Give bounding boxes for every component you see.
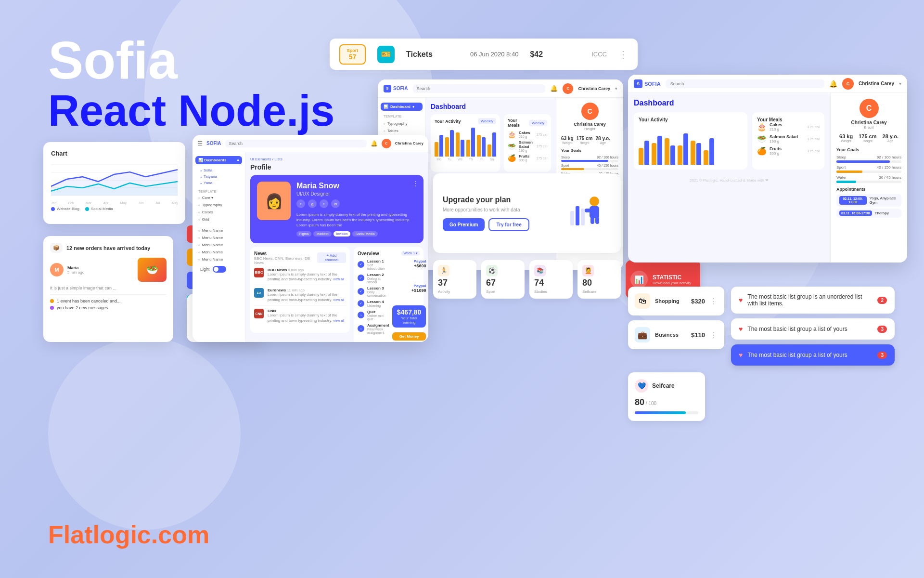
- dashboard-nav-button[interactable]: 📊 Dashboard ●: [381, 103, 423, 111]
- dash-search-input[interactable]: [413, 84, 546, 93]
- full-meal-fruits: 🍊 Fruits 300 g 175 cal: [757, 146, 820, 156]
- bar: [639, 148, 643, 165]
- nav-colors[interactable]: Colors: [195, 209, 242, 216]
- full-logo: S SOFIA: [634, 79, 661, 88]
- try-free-button[interactable]: Try for free: [488, 218, 529, 231]
- profile-hero-avatar: 👩: [257, 182, 291, 220]
- hamburger-icon[interactable]: ☰: [197, 140, 203, 147]
- statistic-sublabel: Download your activity: [653, 281, 691, 285]
- meals-filter-button[interactable]: Weekly: [529, 120, 547, 126]
- add-channel-button[interactable]: + Add channel: [317, 252, 346, 263]
- chart-x-labels: JanFebMarAprMayJunJulAug: [51, 201, 178, 205]
- google-icon[interactable]: g: [308, 199, 317, 208]
- goal-sleep: Sleep 92 / 100 hours: [561, 156, 618, 162]
- profile-card-more-button[interactable]: ⋮: [412, 180, 419, 187]
- nav-yana[interactable]: Yana: [195, 180, 242, 186]
- full-search-input[interactable]: [666, 79, 824, 88]
- bar: [678, 145, 682, 165]
- twitter-icon[interactable]: t: [320, 199, 328, 208]
- ticket-more-button[interactable]: ⋮: [618, 49, 628, 60]
- shopping-card: 🛍 Shopping $320 ⋮: [628, 287, 724, 315]
- full-prof-name: Christina Carey: [836, 120, 901, 125]
- svg-rect-12: [590, 217, 594, 224]
- prof-search-input[interactable]: [225, 140, 367, 147]
- business-more-button[interactable]: ⋮: [710, 330, 718, 340]
- dot-purple-icon: [50, 306, 54, 310]
- dashboard-full: S SOFIA 🔔 C Christina Carey ▾ Dashboard …: [628, 75, 907, 263]
- prof-page-title: Profile: [250, 163, 424, 171]
- event-text: 1 event has been canceled and...: [57, 299, 121, 303]
- selfcare-card: 💙 Selfcare 80 / 100: [628, 372, 705, 421]
- tag-figma[interactable]: Figma: [296, 231, 311, 236]
- statistic-icon: 📊: [630, 271, 648, 288]
- tag-marketo[interactable]: Marketo: [313, 231, 331, 236]
- full-appt-1: 02.11, 12:00-13:00 Yoga, Anyplace Gym: [836, 194, 901, 207]
- stat-activity-card: 🏃 37 Activity: [433, 260, 476, 299]
- menu-item-3[interactable]: Menu Name: [195, 241, 242, 249]
- nav-sofia[interactable]: Sofia: [195, 167, 242, 173]
- full-right-panel: C Christina Carey Brazil 63 kg Weight 17…: [830, 93, 907, 263]
- nav-tatyana[interactable]: Tatyana: [195, 173, 242, 180]
- dashboards-nav-button[interactable]: 📊 Dashboards●: [195, 156, 242, 164]
- full-bell-icon[interactable]: 🔔: [829, 80, 837, 88]
- upgrade-title: Upgrade your plan: [443, 196, 560, 204]
- tag-invision[interactable]: Invision: [334, 231, 351, 236]
- business-icon: 💼: [635, 327, 650, 342]
- template-label: TEMPLATE: [198, 190, 242, 193]
- prof-username: Christina Carey: [395, 141, 424, 145]
- legend-dot-teal: [85, 207, 89, 211]
- svg-rect-10: [585, 209, 590, 212]
- notif-header-text: 12 new orders have arrived today: [66, 245, 150, 251]
- goals-title: Your Goals: [561, 148, 618, 153]
- euronews-logo: EU: [254, 288, 264, 298]
- menu-item-4[interactable]: Menu Name: [195, 249, 242, 256]
- facebook-icon[interactable]: f: [296, 199, 305, 208]
- go-premium-button[interactable]: Go Premium: [443, 218, 485, 231]
- nav-tables[interactable]: Tables: [381, 127, 423, 134]
- heart-icon-3: ♥: [739, 351, 743, 359]
- nav-typography[interactable]: Typography: [381, 120, 423, 127]
- activity-filter-button[interactable]: Weekly: [478, 118, 496, 124]
- shop-biz-column: 🛍 Shopping $320 ⋮ 💼 Business $110 ⋮: [628, 287, 724, 349]
- studies-stat-icon: 📚: [534, 265, 546, 276]
- activity-value: 37: [438, 278, 472, 288]
- dash-logo-icon: S: [384, 85, 391, 92]
- right-column: Overview Week 1 ▾ ✓Lesson 1Self introduc…: [354, 247, 424, 342]
- nav-core[interactable]: Core ▾: [195, 194, 242, 201]
- linkedin-icon[interactable]: in: [331, 199, 340, 208]
- bar: [696, 143, 701, 165]
- news-section: News BBC News, CNN, Euronews, DB News + …: [250, 247, 350, 342]
- nav-typography[interactable]: Typography: [195, 201, 242, 209]
- chart-legend: Website Blog Social Media: [51, 207, 178, 211]
- full-meal-salad: 🥗 Salmon Salad 190 g 175 cal: [757, 134, 820, 144]
- tag-social[interactable]: Social Media: [352, 231, 377, 236]
- brand-link[interactable]: Flatlogic.com: [48, 520, 209, 549]
- prof-logo: SOFIA: [206, 141, 221, 146]
- hero-title: Sofia: [48, 34, 178, 87]
- theme-toggle[interactable]: Light: [195, 263, 242, 276]
- bar: [492, 132, 496, 157]
- list-text-3: The most basic list group a list of your…: [747, 352, 873, 358]
- full-meals-card: Your Meals 🎂 Cakes 210 g 175 cal 🥗 Salmo…: [752, 112, 824, 170]
- bar: [466, 140, 470, 157]
- bg-blob-2: [48, 337, 241, 530]
- svg-point-8: [590, 197, 599, 206]
- shopping-more-button[interactable]: ⋮: [710, 297, 718, 306]
- template-section-label: TEMPLATE: [384, 115, 423, 118]
- menu-item-5[interactable]: Menu Name: [195, 256, 242, 263]
- shopping-icon: 🛍: [635, 293, 650, 309]
- notifications-card: 📦 12 new orders have arrived today M Mar…: [43, 236, 173, 342]
- selfcare-progress-fill: [635, 411, 686, 414]
- bar: [665, 138, 669, 165]
- bar: [439, 135, 443, 157]
- svg-rect-15: [576, 206, 579, 225]
- menu-item-1[interactable]: Menu Name: [195, 227, 242, 234]
- nav-grid[interactable]: Grid: [195, 216, 242, 223]
- get-money-button[interactable]: Get Money: [392, 332, 426, 341]
- ticket-price: $42: [530, 50, 543, 59]
- menu-item-2[interactable]: Menu Name: [195, 234, 242, 241]
- overview-filter[interactable]: Week 1 ▾: [401, 251, 420, 256]
- check-icon: ✓: [358, 300, 364, 307]
- dash-bell-icon[interactable]: 🔔: [550, 85, 558, 92]
- prof-bell-icon[interactable]: 🔔: [371, 140, 378, 147]
